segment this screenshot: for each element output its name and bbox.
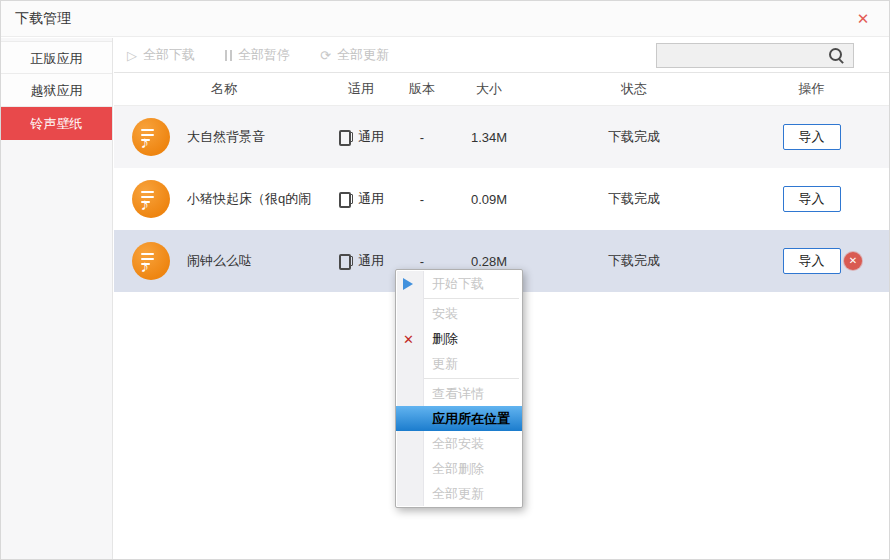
column-header-version: 版本	[400, 80, 444, 98]
menu-item-install[interactable]: 安装	[396, 301, 522, 326]
sidebar-item-genuine-apps[interactable]: 正版应用	[1, 41, 112, 74]
play-outline-icon: ▷	[127, 49, 137, 62]
download-all-label: 全部下载	[143, 46, 195, 64]
device-icon	[338, 129, 354, 145]
search-input[interactable]	[657, 44, 853, 67]
table-header: 名称 适用 版本 大小 状态 操作	[114, 73, 889, 106]
table-row[interactable]: ♪ 大自然背景音 通用 - 1.34M 下载完成 导入	[114, 106, 889, 168]
row-device: 通用	[358, 128, 384, 146]
pause-icon	[225, 50, 232, 61]
row-size: 0.09M	[444, 192, 534, 207]
menu-item-app-location[interactable]: 应用所在位置	[396, 406, 522, 431]
import-button[interactable]: 导入	[783, 186, 841, 212]
ringtone-icon: ♪	[132, 118, 170, 156]
ringtone-icon: ♪	[132, 180, 170, 218]
row-name: 闹钟么么哒	[187, 252, 322, 270]
refresh-icon: ⟳	[320, 49, 331, 62]
menu-separator	[424, 298, 519, 299]
row-version: -	[400, 130, 444, 145]
menu-separator	[424, 378, 519, 379]
row-version: -	[400, 254, 444, 269]
row-status: 下载完成	[534, 190, 734, 208]
column-header-name: 名称	[187, 80, 322, 98]
menu-item-update-all[interactable]: 全部更新	[396, 481, 522, 506]
sidebar-item-ringtones-wallpapers[interactable]: 铃声壁纸	[1, 107, 112, 140]
column-header-action: 操作	[734, 80, 889, 98]
menu-item-delete[interactable]: ✕ 删除	[396, 326, 522, 351]
table-row[interactable]: ♪ 小猪快起床（很q的闹 通用 - 0.09M 下载完成 导入	[114, 168, 889, 230]
device-icon	[338, 191, 354, 207]
search-icon[interactable]	[829, 48, 845, 64]
row-status: 下载完成	[534, 128, 734, 146]
column-header-size: 大小	[444, 80, 534, 98]
play-icon	[403, 278, 413, 290]
row-device: 通用	[358, 252, 384, 270]
row-status: 下载完成	[534, 252, 734, 270]
close-icon[interactable]: ✕	[853, 9, 873, 29]
download-manager-window: 下载管理 ✕ 正版应用 越狱应用 铃声壁纸 ▷ 全部下载 全部暂停 ⟳ 全部更新	[0, 0, 890, 560]
update-all-label: 全部更新	[337, 46, 389, 64]
download-all-button[interactable]: ▷ 全部下载	[127, 46, 195, 64]
import-button[interactable]: 导入	[783, 124, 841, 150]
pause-all-label: 全部暂停	[238, 46, 290, 64]
pause-all-button[interactable]: 全部暂停	[225, 46, 290, 64]
window-title: 下载管理	[15, 1, 71, 36]
column-header-device: 适用	[322, 80, 400, 98]
context-menu: 开始下载 安装 ✕ 删除 更新 查看详情 应用所在位置 全部安装 全部删除 全部…	[395, 269, 523, 508]
menu-item-view-details[interactable]: 查看详情	[396, 381, 522, 406]
update-all-button[interactable]: ⟳ 全部更新	[320, 46, 389, 64]
ringtone-icon: ♪	[132, 242, 170, 280]
row-name: 小猪快起床（很q的闹	[187, 190, 322, 208]
import-button[interactable]: 导入	[783, 248, 841, 274]
row-size: 1.34M	[444, 130, 534, 145]
delete-x-icon: ✕	[403, 326, 414, 351]
row-name: 大自然背景音	[187, 128, 322, 146]
menu-item-update[interactable]: 更新	[396, 351, 522, 376]
device-icon	[338, 253, 354, 269]
titlebar: 下载管理 ✕	[1, 1, 889, 37]
menu-item-start-download[interactable]: 开始下载	[396, 271, 522, 296]
row-device: 通用	[358, 190, 384, 208]
row-version: -	[400, 192, 444, 207]
delete-row-icon[interactable]: ✕	[844, 252, 862, 270]
row-size: 0.28M	[444, 254, 534, 269]
sidebar-item-jailbreak-apps[interactable]: 越狱应用	[1, 74, 112, 107]
search-box	[656, 43, 854, 68]
menu-item-delete-all[interactable]: 全部删除	[396, 456, 522, 481]
toolbar: ▷ 全部下载 全部暂停 ⟳ 全部更新	[114, 38, 889, 73]
column-header-status: 状态	[534, 80, 734, 98]
sidebar: 正版应用 越狱应用 铃声壁纸	[1, 38, 113, 559]
menu-item-install-all[interactable]: 全部安装	[396, 431, 522, 456]
